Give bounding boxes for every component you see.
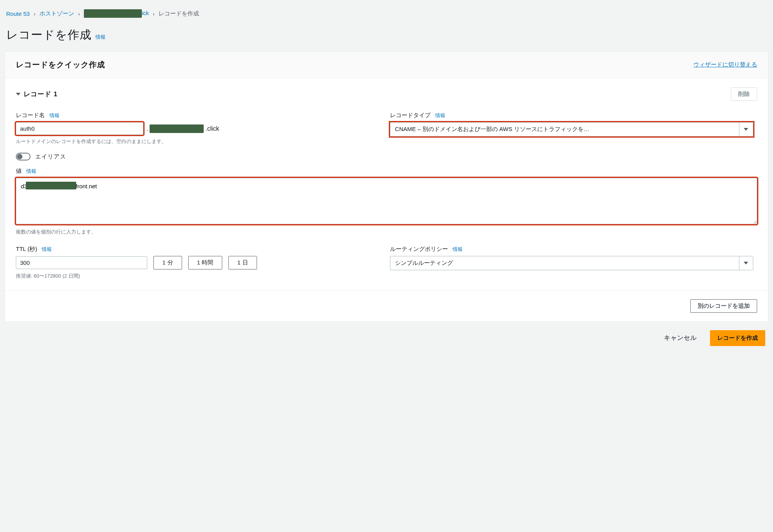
chevron-right-icon: ›: [78, 10, 80, 17]
record-type-select[interactable]: CNAME – 別のドメイン名および一部の AWS リソースにトラフィックを…: [390, 122, 753, 136]
page-title-info-link[interactable]: 情報: [95, 34, 106, 41]
record-type-info-link[interactable]: 情報: [435, 112, 445, 119]
alias-toggle[interactable]: [16, 153, 31, 160]
routing-policy-caret[interactable]: [739, 256, 753, 270]
value-textarea[interactable]: [16, 178, 757, 224]
ttl-1day-button[interactable]: 1 日: [228, 256, 257, 269]
record-name-info-link[interactable]: 情報: [49, 112, 60, 119]
ttl-info-link[interactable]: 情報: [42, 246, 52, 253]
record-header: レコード 1 削除: [16, 87, 757, 101]
ttl-1min-button[interactable]: 1 分: [153, 256, 182, 269]
domain-suffix: . .click: [146, 124, 219, 133]
record-type-label: レコードタイプ: [390, 112, 431, 119]
record-type-caret[interactable]: [739, 122, 753, 136]
value-info-link[interactable]: 情報: [26, 168, 36, 175]
caret-down-icon: [744, 128, 748, 131]
chevron-right-icon: ›: [34, 10, 36, 17]
redacted-domain-middle: [150, 124, 204, 133]
caret-down-icon: [744, 262, 748, 264]
ttl-hint: 推奨値: 60〜172800 (2 日間): [16, 273, 379, 280]
ttl-label: TTL (秒): [16, 246, 37, 253]
delete-record-button[interactable]: 削除: [731, 87, 757, 101]
panel-title: レコードをクイック作成: [16, 60, 105, 70]
cancel-button[interactable]: キャンセル: [657, 330, 704, 346]
routing-label: ルーティングポリシー: [390, 246, 448, 253]
panel-header: レコードをクイック作成 ウィザードに切り替える: [5, 52, 768, 78]
page-footer: キャンセル レコードを作成: [5, 322, 768, 346]
ttl-input[interactable]: [16, 256, 147, 269]
ttl-1hour-button[interactable]: 1 時間: [188, 256, 223, 269]
record-name-input[interactable]: [16, 122, 143, 135]
breadcrumb-domain-link[interactable]: ick: [84, 9, 149, 18]
record-header-label: レコード 1: [24, 90, 58, 99]
record-toggle[interactable]: レコード 1: [16, 90, 58, 99]
create-record-button[interactable]: レコードを作成: [710, 330, 765, 346]
breadcrumb-hosted-zones-link[interactable]: ホストゾーン: [39, 10, 74, 17]
page-title-row: レコードを作成 情報: [5, 25, 768, 51]
breadcrumb-service-link[interactable]: Route 53: [6, 10, 30, 17]
record-type-value: CNAME – 別のドメイン名および一部の AWS リソースにトラフィックを…: [390, 122, 739, 136]
routing-policy-select[interactable]: シンプルルーティング: [390, 256, 753, 270]
switch-to-wizard-link[interactable]: ウィザードに切り替える: [693, 61, 757, 68]
caret-down-icon: [16, 93, 20, 95]
breadcrumb-current: レコードを作成: [158, 10, 199, 17]
redacted-domain: [84, 9, 142, 18]
toggle-knob: [17, 154, 22, 159]
add-another-record-button[interactable]: 別のレコードを追加: [690, 299, 757, 313]
page-title: レコードを作成: [6, 27, 92, 43]
value-hint: 複数の値を個別の行に入力します。: [16, 228, 757, 235]
value-label: 値: [16, 167, 22, 175]
chevron-right-icon: ›: [153, 10, 155, 17]
alias-label: エイリアス: [35, 153, 66, 160]
record-name-label: レコード名: [16, 112, 45, 119]
routing-policy-value: シンプルルーティング: [390, 256, 739, 270]
quick-create-panel: レコードをクイック作成 ウィザードに切り替える レコード 1 削除 レコード名 …: [5, 51, 768, 322]
breadcrumb: Route 53 › ホストゾーン › ick › レコードを作成: [5, 4, 768, 25]
record-name-hint: ルートドメインのレコードを作成するには、空白のままにします。: [16, 138, 379, 145]
routing-info-link[interactable]: 情報: [453, 246, 463, 253]
